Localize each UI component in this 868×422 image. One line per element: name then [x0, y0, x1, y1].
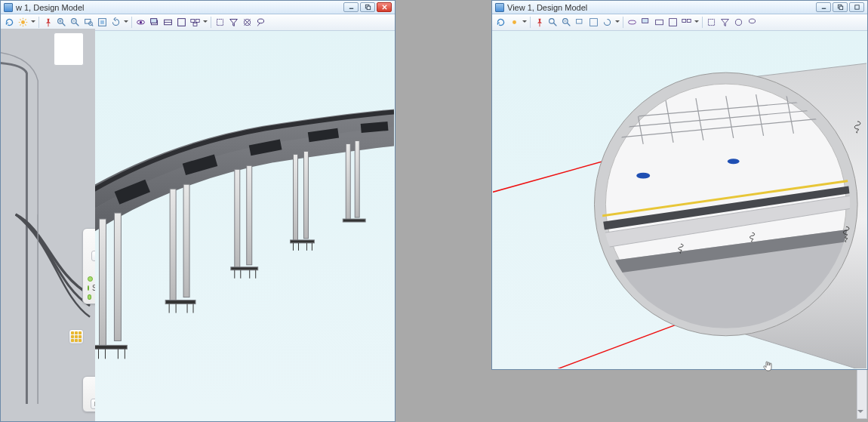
sun-icon[interactable] [508, 16, 521, 29]
window-title-right: View 1, Design Model [507, 3, 813, 12]
walk-icon[interactable] [653, 16, 666, 29]
minimize-button[interactable] [816, 2, 831, 12]
refresh-icon[interactable] [3, 16, 16, 29]
svg-rect-104 [708, 19, 714, 25]
zoom-dropdown[interactable] [614, 16, 620, 29]
frame-all-icon[interactable] [680, 16, 693, 29]
svg-line-22 [92, 25, 94, 26]
pan-icon[interactable] [639, 16, 652, 29]
pushpin-icon[interactable] [533, 16, 546, 29]
crossing-icon[interactable] [732, 16, 745, 29]
pan-icon[interactable] [148, 16, 161, 29]
select-icon[interactable] [214, 16, 226, 29]
svg-rect-28 [151, 19, 157, 23]
svg-rect-66 [247, 165, 252, 264]
restore-button[interactable] [849, 2, 864, 12]
graph-canvas[interactable]: tra BS ExtractRegion ⌄ OriginalCurve Sta… [1, 29, 95, 421]
zoom-dropdown[interactable] [123, 16, 129, 29]
svg-rect-53 [94, 345, 128, 349]
zoom-window-icon[interactable] [82, 16, 95, 29]
svg-rect-97 [590, 19, 598, 26]
lasso-icon[interactable] [746, 16, 759, 29]
graph-mini-panel[interactable] [54, 32, 84, 66]
svg-rect-80 [355, 140, 359, 217]
port-dot-icon[interactable] [88, 294, 91, 300]
node-method-button[interactable]: ByUniversalTransform [91, 399, 95, 409]
port-dot-icon[interactable] [88, 285, 89, 291]
close-button[interactable] [377, 2, 392, 12]
titlebar-right: View 1, Design Model [492, 1, 867, 14]
svg-rect-32 [191, 19, 195, 22]
svg-point-113 [728, 159, 740, 164]
svg-point-106 [749, 19, 755, 23]
toolbar-separator [38, 17, 39, 28]
orbit-icon[interactable] [626, 16, 639, 29]
port-label: EndPointOfR... [94, 293, 95, 301]
rotate-view-icon[interactable] [601, 16, 614, 29]
svg-rect-33 [195, 19, 199, 22]
hand-cursor-icon [762, 360, 774, 372]
frame-icon[interactable] [175, 16, 188, 29]
app-icon [4, 3, 13, 12]
svg-line-10 [20, 24, 20, 25]
zoom-in-icon[interactable] [546, 16, 559, 29]
fit-view-icon[interactable] [587, 16, 600, 29]
svg-line-11 [25, 19, 26, 20]
zoom-in-icon[interactable] [55, 16, 68, 29]
svg-rect-20 [85, 19, 91, 23]
svg-rect-67 [231, 267, 258, 270]
svg-point-91 [549, 19, 555, 24]
node-method-button[interactable]: ExtractRegion [91, 251, 95, 261]
funnel-icon[interactable] [227, 16, 240, 29]
minimize-button[interactable] [343, 2, 359, 12]
refresh-icon[interactable] [494, 16, 507, 29]
node-profile-cs[interactable]: profileCSsTrack CoordinateSystem ByUnive… [82, 376, 95, 412]
svg-rect-35 [217, 19, 223, 25]
lasso-icon[interactable] [254, 16, 267, 29]
svg-rect-59 [183, 184, 189, 297]
frame-all-icon[interactable] [189, 16, 202, 29]
svg-rect-100 [656, 20, 663, 25]
svg-rect-79 [346, 143, 350, 220]
port-dot-icon[interactable] [88, 276, 93, 282]
node-grid-chip-icon[interactable] [69, 329, 84, 344]
maximize-button[interactable] [833, 2, 848, 12]
svg-point-105 [735, 19, 741, 25]
view-dropdown[interactable] [694, 16, 700, 29]
zoom-out-icon[interactable] [560, 16, 573, 29]
frame-icon[interactable] [666, 16, 679, 29]
svg-rect-31 [178, 19, 186, 26]
node-track-segment[interactable]: tra BS ExtractRegion ⌄ OriginalCurve Sta… [82, 228, 95, 304]
maximize-button[interactable] [360, 2, 375, 12]
toolbar-separator [623, 17, 623, 28]
window-title-left: w 1, Design Model [16, 3, 340, 12]
display-style-dropdown[interactable] [30, 16, 36, 29]
view-dropdown[interactable] [202, 16, 208, 29]
svg-point-98 [629, 20, 636, 24]
zoom-window-icon[interactable] [574, 16, 586, 29]
toolbar-separator [131, 17, 132, 28]
port-label: StartPointOfR... [92, 284, 95, 292]
walk-icon[interactable] [162, 16, 174, 29]
select-icon[interactable] [705, 16, 718, 29]
funnel-icon[interactable] [719, 16, 731, 29]
zoom-out-icon[interactable] [69, 16, 82, 29]
sun-icon[interactable] [17, 16, 29, 29]
toolbar-separator [530, 17, 531, 28]
svg-rect-52 [114, 213, 121, 340]
app-icon [495, 3, 504, 12]
viewport-3d-right[interactable] [493, 31, 866, 368]
svg-line-94 [567, 23, 570, 26]
svg-line-92 [553, 23, 556, 26]
svg-rect-2 [367, 6, 371, 10]
rotate-view-icon[interactable] [109, 16, 122, 29]
svg-point-3 [21, 20, 25, 24]
fit-view-icon[interactable] [96, 16, 109, 29]
display-style-dropdown[interactable] [522, 16, 528, 29]
svg-rect-74 [291, 240, 315, 243]
crossing-icon[interactable] [241, 16, 254, 29]
svg-line-9 [25, 24, 26, 25]
orbit-icon[interactable] [134, 16, 147, 29]
pushpin-icon[interactable] [42, 16, 54, 29]
svg-point-37 [257, 19, 263, 23]
